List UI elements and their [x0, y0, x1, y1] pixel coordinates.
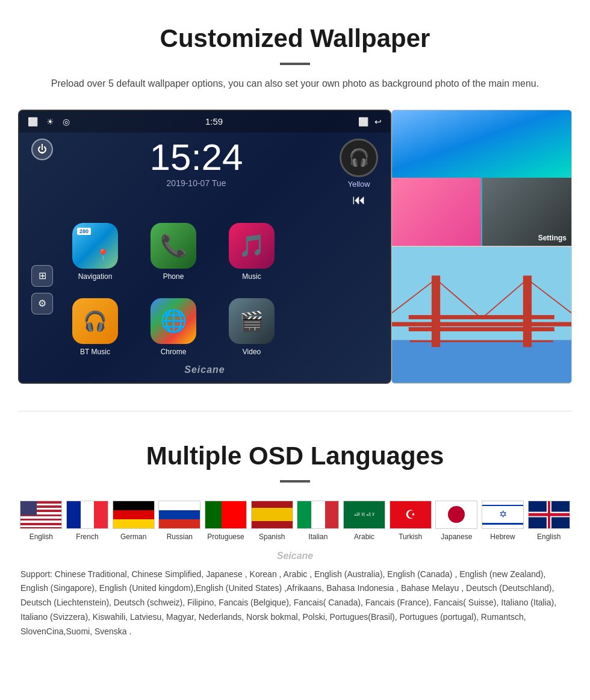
app-navigation[interactable]: 280 📍 Navigation: [59, 217, 131, 287]
flag-label-arabic: Arabic: [354, 533, 374, 541]
status-time: 1:59: [205, 116, 223, 127]
music-icon: 🎧: [340, 139, 378, 177]
flag-uk: [528, 501, 570, 529]
clock-area: ⏻ 15:24 2019-10-07 Tue 🎧 Yellow ⏮: [19, 133, 390, 208]
star-of-david-icon: ✡: [499, 510, 507, 519]
flag-item-english-us: English: [18, 501, 64, 541]
power-button[interactable]: ⏻: [31, 139, 53, 160]
settings-button[interactable]: ⚙: [31, 293, 53, 314]
svg-rect-3: [523, 276, 532, 348]
flag-item-english-uk: English: [526, 501, 572, 541]
music-label: Music: [242, 272, 261, 281]
nav-label: Navigation: [78, 272, 113, 281]
wallpaper-thumb-ice: Settings: [391, 110, 572, 247]
flag-label-spanish: Spanish: [259, 533, 285, 541]
flag-label-italian: Italian: [308, 533, 328, 541]
flag-label-hebrew: Hebrew: [490, 533, 515, 541]
lang-title-divider: [280, 480, 310, 483]
app-grid: ⊞ ⚙ 280 📍 Navigation 📞: [19, 208, 390, 368]
grid-view-button[interactable]: ⊞: [31, 265, 53, 287]
wallpaper-section: Customized Wallpaper Preload over 5 defa…: [0, 0, 590, 405]
chrome-icon: 🌐: [151, 298, 196, 344]
music-widget: 🎧 Yellow ⏮: [340, 139, 378, 208]
video-label: Video: [243, 348, 261, 356]
android-screen: ⬜ ☀ ◎ 1:59 ⬜ ↩ ⏻ 15:24 2019-10-07 Tue: [18, 110, 391, 384]
app-video[interactable]: 🎬 Video: [216, 293, 288, 362]
support-text: Support: Chinese Traditional, Chinese Si…: [18, 567, 572, 639]
phone-icon: 📞: [151, 223, 196, 269]
flag-israel: ✡: [482, 501, 524, 529]
bt-icon: 🎧: [72, 298, 118, 344]
flag-russia: [158, 501, 200, 529]
flag-item-portuguese: Protuguese: [203, 501, 249, 541]
flag-label-russian: Russian: [167, 533, 193, 541]
screen-watermark: Seicane: [184, 364, 225, 375]
flag-row: English French German: [18, 501, 572, 541]
flag-item-arabic: لا إله إلا الله Arabic: [341, 501, 388, 541]
flag-france: [66, 501, 108, 529]
flag-item-italian: Italian: [295, 501, 341, 541]
svg-rect-4: [392, 322, 571, 327]
flag-germany: [113, 501, 155, 529]
window-icon: ⬜: [358, 117, 368, 127]
location-icon: ◎: [63, 117, 70, 127]
brightness-icon: ☀: [46, 117, 54, 127]
flag-item-russian: Russian: [157, 501, 203, 541]
flag-label-english: English: [30, 533, 53, 541]
chrome-label: Chrome: [161, 348, 187, 356]
languages-title: Multiple OSD Languages: [18, 442, 572, 470]
status-bar: ⬜ ☀ ◎ 1:59 ⬜ ↩: [19, 111, 390, 133]
flag-item-hebrew: ✡ Hebrew: [480, 501, 526, 541]
wallpaper-thumbnails: Settings: [391, 110, 572, 384]
music-app-icon: 🎵: [229, 223, 275, 269]
svg-rect-1: [392, 340, 571, 383]
status-bar-left: ⬜ ☀ ◎: [28, 117, 70, 127]
wallpaper-thumb-bridge: [391, 246, 572, 384]
back-icon: ↩: [374, 117, 382, 127]
apps-main-grid: 280 📍 Navigation 📞 Phone 🎵 Music: [59, 217, 378, 362]
flag-portugal: [205, 501, 247, 529]
mini-thumb-pink: [392, 178, 481, 246]
flag-spain: [251, 501, 293, 529]
nav-icon: 280 📍: [72, 223, 118, 269]
status-bar-right: ⬜ ↩: [358, 117, 382, 127]
app-chrome[interactable]: 🌐 Chrome: [137, 293, 210, 362]
bt-label: BT Music: [80, 348, 110, 356]
flag-item-spanish: Spanish: [249, 501, 295, 541]
settings-thumb-label: Settings: [538, 234, 567, 242]
clock-time: 15:24: [149, 139, 243, 176]
wallpaper-title: Customized Wallpaper: [18, 24, 572, 53]
clock-date: 2019-10-07 Tue: [149, 178, 243, 188]
flag-item-french: French: [64, 501, 111, 541]
app-phone[interactable]: 📞 Phone: [137, 217, 210, 287]
flag-item-japanese: Japanese: [433, 501, 480, 541]
sidebar-controls: ⊞ ⚙: [31, 217, 53, 362]
app-bt-music[interactable]: 🎧 BT Music: [59, 293, 131, 362]
flag-label-german: German: [120, 533, 146, 541]
flag-turkey: ☪: [390, 501, 432, 529]
flag-label-french: French: [76, 533, 98, 541]
flag-italy: [297, 501, 339, 529]
flag-label-portuguese: Protuguese: [207, 533, 244, 541]
phone-label: Phone: [163, 272, 184, 281]
flag-label-english-uk: English: [537, 533, 560, 541]
device-screenshot-area: ⬜ ☀ ◎ 1:59 ⬜ ↩ ⏻ 15:24 2019-10-07 Tue: [18, 110, 572, 387]
video-icon: 🎬: [229, 298, 275, 344]
svg-rect-2: [432, 276, 440, 348]
title-divider: [280, 63, 310, 65]
flag-japan: [435, 501, 477, 529]
flag-item-turkish: ☪ Turkish: [387, 501, 433, 541]
flag-usa: [20, 501, 62, 529]
app-music[interactable]: 🎵 Music: [216, 217, 288, 287]
lang-watermark: Seicane: [18, 551, 572, 561]
flag-item-german: German: [110, 501, 157, 541]
section-divider-hr: [18, 411, 572, 411]
languages-section: Multiple OSD Languages English French: [0, 417, 590, 657]
flag-label-japanese: Japanese: [441, 533, 472, 541]
signal-icon: ⬜: [28, 117, 38, 127]
wallpaper-description: Preload over 5 default wallpaper options…: [36, 76, 554, 92]
flag-label-turkish: Turkish: [399, 533, 422, 541]
music-label: Yellow: [340, 180, 378, 189]
prev-button[interactable]: ⏮: [340, 192, 378, 208]
flag-arabic: لا إله إلا الله: [343, 501, 385, 529]
